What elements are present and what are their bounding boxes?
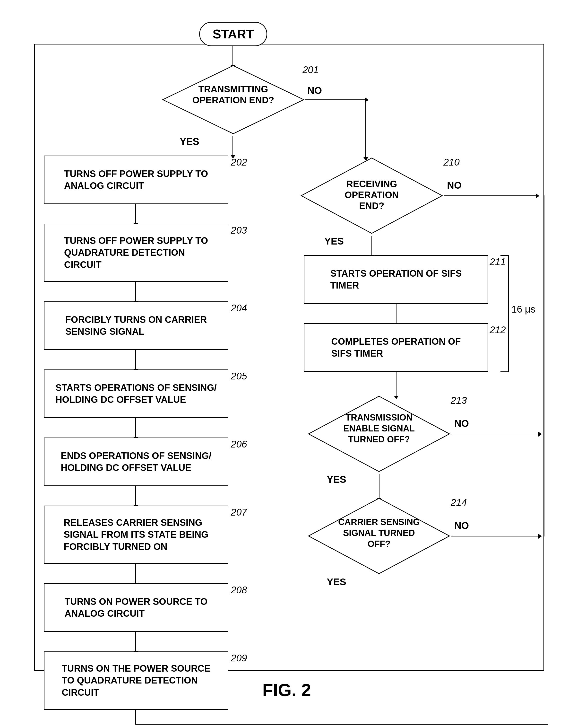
step-num-203: 203 xyxy=(231,225,247,236)
arrow-213-no xyxy=(451,434,539,434)
svg-text:OPERATION END?: OPERATION END? xyxy=(192,95,274,105)
step-206-text: ENDS OPERATIONS OF SENSING/ HOLDING DC O… xyxy=(61,450,211,474)
process-box-206: ENDS OPERATIONS OF SENSING/ HOLDING DC O… xyxy=(44,438,228,486)
right-loop-line xyxy=(544,196,545,537)
step-207-text: RELEASES CARRIER SENSING SIGNAL FROM ITS… xyxy=(64,517,208,553)
svg-text:CARRIER SENSING: CARRIER SENSING xyxy=(338,517,420,527)
arrow-214-no xyxy=(451,536,539,537)
process-box-208: TURNS ON POWER SOURCE TO ANALOG CIRCUIT xyxy=(44,583,228,632)
time-label: 16 μs xyxy=(512,304,535,315)
step-num-208: 208 xyxy=(231,584,247,596)
step-209-text: TURNS ON THE POWER SOURCE TO QUADRATURE … xyxy=(62,662,211,699)
step-num-214: 214 xyxy=(451,497,467,508)
no-label-210: NO xyxy=(447,180,462,191)
arrow-bottom-h xyxy=(135,724,548,725)
process-box-203: TURNS OFF POWER SUPPLY TO QUADRATURE DET… xyxy=(44,224,228,282)
arrow-213-214 xyxy=(379,474,380,498)
arrow-start-to-201 xyxy=(232,46,233,66)
arrow-201-no xyxy=(305,99,366,100)
diamond-214: CARRIER SENSING SIGNAL TURNED OFF? xyxy=(306,496,452,576)
yes-label-214: YES xyxy=(327,577,346,588)
page: START TRANSMITTING OPERATION END? 201 YE… xyxy=(0,0,577,728)
brace-bottom xyxy=(500,371,508,372)
svg-text:RECEIVING: RECEIVING xyxy=(346,179,397,189)
step-208-text: TURNS ON POWER SOURCE TO ANALOG CIRCUIT xyxy=(65,596,208,620)
svg-marker-7 xyxy=(308,396,449,472)
yes-label-210: YES xyxy=(324,236,344,247)
start-label: START xyxy=(213,27,254,41)
arrow-no-to-210 xyxy=(365,99,366,158)
step-202-text: TURNS OFF POWER SUPPLY TO ANALOG CIRCUIT xyxy=(64,168,208,192)
yes-label-213: YES xyxy=(327,474,346,485)
step-204-text: FORCIBLY TURNS ON CARRIER SENSING SIGNAL xyxy=(65,314,207,338)
diamond-213: TRANSMISSION ENABLE SIGNAL TURNED OFF? xyxy=(306,394,452,474)
svg-text:END?: END? xyxy=(359,201,384,211)
arrow-210-no xyxy=(444,196,537,196)
no-label-214: NO xyxy=(454,520,469,531)
step-num-204: 204 xyxy=(231,303,247,314)
step-num-212: 212 xyxy=(490,324,506,335)
fig-label: FIG. 2 xyxy=(263,680,311,700)
svg-text:OFF?: OFF? xyxy=(367,539,390,549)
arrow-211-212 xyxy=(396,304,396,323)
arrow-205-206 xyxy=(135,418,136,438)
arrow-202-203 xyxy=(135,204,136,224)
process-box-207: RELEASES CARRIER SENSING SIGNAL FROM ITS… xyxy=(44,505,228,564)
step-212-text: COMPLETES OPERATION OF SIFS TIMER xyxy=(331,336,461,360)
arrow-201-yes xyxy=(232,136,233,156)
arrow-207-208 xyxy=(135,564,136,583)
step-num-209: 209 xyxy=(231,653,247,664)
svg-text:SIGNAL TURNED: SIGNAL TURNED xyxy=(343,528,415,538)
process-box-202: TURNS OFF POWER SUPPLY TO ANALOG CIRCUIT xyxy=(44,156,228,204)
step-211-text: STARTS OPERATION OF SIFS TIMER xyxy=(330,268,462,292)
step-num-202: 202 xyxy=(231,157,247,168)
brace-top xyxy=(500,255,508,256)
arrow-209-bottom xyxy=(135,710,136,724)
start-oval: START xyxy=(199,22,267,46)
arrow-203-204 xyxy=(135,282,136,302)
svg-text:TRANSMITTING: TRANSMITTING xyxy=(198,84,268,94)
diagram-container: START TRANSMITTING OPERATION END? 201 YE… xyxy=(20,15,554,707)
process-box-211: STARTS OPERATION OF SIFS TIMER xyxy=(304,255,488,304)
brace-line xyxy=(508,255,509,372)
step-num-201: 201 xyxy=(302,64,319,75)
diamond-210: RECEIVING OPERATION END? xyxy=(299,156,445,236)
svg-text:OPERATION: OPERATION xyxy=(345,190,399,200)
step-num-206: 206 xyxy=(231,439,247,450)
svg-text:TRANSMISSION: TRANSMISSION xyxy=(346,413,413,422)
process-box-204: FORCIBLY TURNS ON CARRIER SENSING SIGNAL xyxy=(44,302,228,350)
step-205-text: STARTS OPERATIONS OF SENSING/ HOLDING DC… xyxy=(55,382,217,406)
arrow-210-211 xyxy=(372,236,372,255)
step-num-205: 205 xyxy=(231,371,247,382)
arrow-206-207 xyxy=(135,486,136,505)
step-203-text: TURNS OFF POWER SUPPLY TO QUADRATURE DET… xyxy=(64,235,208,271)
arrow-212-213 xyxy=(396,372,396,396)
step-num-210: 210 xyxy=(443,157,460,168)
yes-label-201: YES xyxy=(180,136,199,147)
arrow-208-209 xyxy=(135,632,136,651)
process-box-209: TURNS ON THE POWER SOURCE TO QUADRATURE … xyxy=(44,651,228,710)
diamond-201: TRANSMITTING OPERATION END? xyxy=(160,63,306,136)
svg-text:TURNED OFF?: TURNED OFF? xyxy=(348,434,410,444)
step-num-207: 207 xyxy=(231,507,247,518)
no-label-213: NO xyxy=(454,418,469,429)
process-box-212: COMPLETES OPERATION OF SIFS TIMER xyxy=(304,323,488,372)
step-num-213: 213 xyxy=(451,395,467,406)
step-num-211: 211 xyxy=(490,256,506,267)
process-box-205: STARTS OPERATIONS OF SENSING/ HOLDING DC… xyxy=(44,369,228,418)
arrow-204-205 xyxy=(135,350,136,369)
svg-text:ENABLE SIGNAL: ENABLE SIGNAL xyxy=(343,423,415,434)
no-label-201: NO xyxy=(307,85,322,96)
